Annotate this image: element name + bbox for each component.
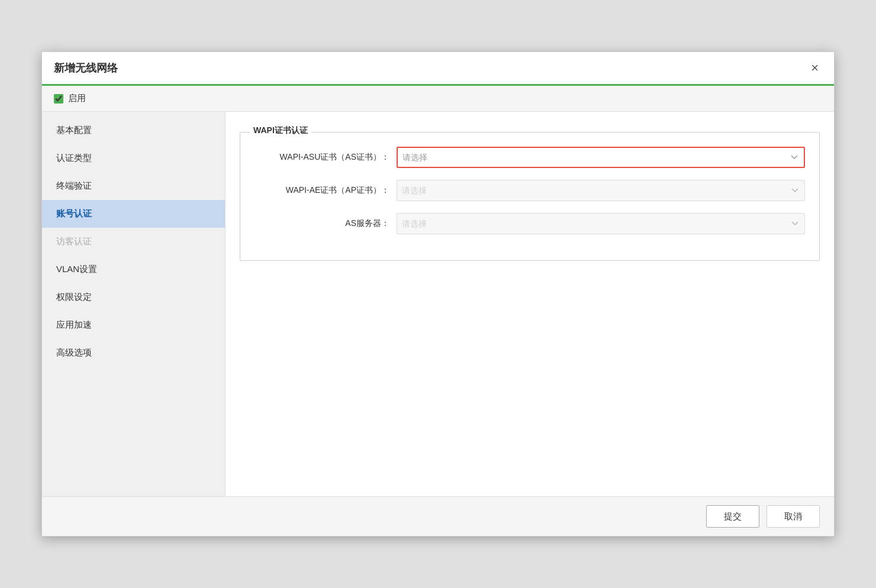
form-select-as-server[interactable]: 请选择 — [397, 213, 805, 234]
form-label-wapi-asu: WAPI-ASU证书（AS证书）： — [255, 152, 397, 163]
form-select-wapi-asu[interactable]: 请选择 — [397, 147, 805, 168]
form-label-wapi-ae: WAPI-AE证书（AP证书）： — [255, 185, 397, 196]
form-select-wapi-ae[interactable]: 请选择 — [397, 180, 805, 201]
dialog-header: 新增无线网络 × — [42, 52, 834, 86]
dialog-body: 基本配置认证类型终端验证账号认证访客认证VLAN设置权限设定应用加速高级选项 W… — [42, 112, 834, 496]
dialog: 新增无线网络 × 启用 基本配置认证类型终端验证账号认证访客认证VLAN设置权限… — [41, 51, 835, 537]
cancel-button[interactable]: 取消 — [766, 505, 820, 528]
dialog-title: 新增无线网络 — [54, 61, 118, 75]
sidebar: 基本配置认证类型终端验证账号认证访客认证VLAN设置权限设定应用加速高级选项 — [42, 112, 226, 496]
main-content: WAPI证书认证 WAPI-ASU证书（AS证书）：请选择WAPI-AE证书（A… — [226, 112, 834, 496]
sidebar-item-guest-auth: 访客认证 — [42, 228, 225, 256]
enable-label: 启用 — [68, 93, 86, 104]
submit-button[interactable]: 提交 — [706, 505, 759, 528]
sidebar-item-auth-type[interactable]: 认证类型 — [42, 144, 225, 172]
sidebar-item-terminal-verify[interactable]: 终端验证 — [42, 172, 225, 200]
close-button[interactable]: × — [807, 60, 822, 76]
sidebar-item-app-accel[interactable]: 应用加速 — [42, 311, 225, 339]
sidebar-item-basic[interactable]: 基本配置 — [42, 117, 225, 144]
form-row-as-server: AS服务器：请选择 — [255, 213, 805, 234]
dialog-footer: 提交 取消 — [42, 496, 834, 536]
section-legend: WAPI证书认证 — [250, 125, 311, 136]
enable-checkbox[interactable] — [54, 94, 63, 104]
sidebar-item-vlan[interactable]: VLAN设置 — [42, 256, 225, 283]
sidebar-item-account-auth[interactable]: 账号认证 — [42, 200, 225, 228]
form-label-as-server: AS服务器： — [255, 218, 397, 229]
form-row-wapi-asu: WAPI-ASU证书（AS证书）：请选择 — [255, 147, 805, 168]
sidebar-item-permission[interactable]: 权限设定 — [42, 283, 225, 311]
wapi-section: WAPI证书认证 WAPI-ASU证书（AS证书）：请选择WAPI-AE证书（A… — [240, 132, 820, 261]
sidebar-item-advanced[interactable]: 高级选项 — [42, 339, 225, 367]
form-row-wapi-ae: WAPI-AE证书（AP证书）：请选择 — [255, 180, 805, 201]
enable-bar: 启用 — [42, 86, 834, 112]
